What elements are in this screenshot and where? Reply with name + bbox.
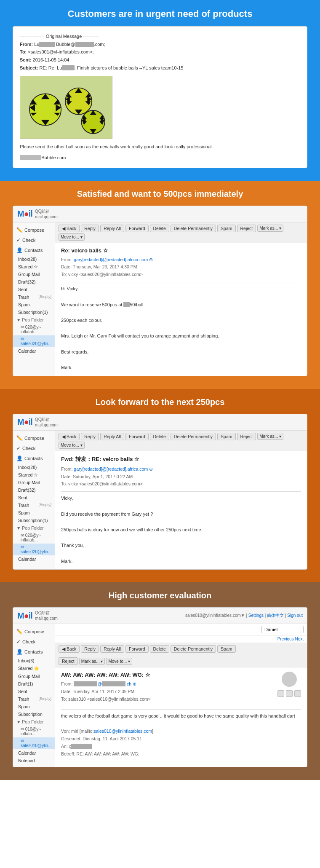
sidebar-calendar-2[interactable]: Calendar	[13, 347, 55, 355]
delete-btn-4[interactable]: Delete	[150, 645, 169, 653]
sidebar-notepad-4[interactable]: Notepad	[13, 757, 55, 764]
divider-2	[61, 282, 301, 282]
reject-btn-4[interactable]: Reject	[59, 657, 78, 665]
check-btn-4[interactable]: ✓ Check	[13, 637, 55, 647]
sidebar-sent-2[interactable]: Sent	[13, 286, 55, 293]
contacts-icon-4: 👤	[16, 649, 23, 655]
sidebar-groupmail-3[interactable]: Group Mail	[13, 479, 55, 486]
spam-btn-3[interactable]: Spam	[217, 433, 235, 440]
email-meta-2: From: gary[redacted]@[redacted].africa.c…	[61, 256, 301, 279]
forward-btn-2[interactable]: Forward	[125, 225, 149, 232]
sidebar-spam-2[interactable]: Spam	[13, 301, 55, 308]
replyall-btn-3[interactable]: Reply All	[100, 433, 124, 440]
sidebar-starred-2[interactable]: Starred ☆	[13, 263, 55, 271]
deleteperm-btn-2[interactable]: Delete Permanently	[171, 225, 216, 232]
folder-label-4: ▼ Pop Folder	[13, 718, 55, 726]
qq-toolbar-2: ◀ Back Reply Reply All Forward Delete De…	[55, 222, 307, 243]
search-input-4[interactable]	[261, 626, 304, 633]
back-btn-4[interactable]: ◀ Back	[59, 645, 80, 653]
sidebar-starred-4[interactable]: Starred ⭐	[13, 664, 55, 672]
reject-btn-3[interactable]: Reject	[237, 433, 256, 440]
qq-mail-2: M●il QQ邮箱mail.qq.com ✏️ Compose ✓ Check …	[13, 206, 307, 376]
to-line: To: <sales001@yl-inflatables.com>;	[20, 48, 300, 56]
sidebar-trash-3[interactable]: Trash[Empty]	[13, 501, 55, 509]
sidebar-starred-3[interactable]: Starred ☆	[13, 471, 55, 479]
sidebar-sub1-4[interactable]: ✉ 010@yl-inflata...	[13, 726, 55, 737]
next-link-4[interactable]: Next	[295, 637, 304, 641]
action-icon-3-4[interactable]	[294, 690, 301, 697]
reject-btn-2[interactable]: Reject	[237, 225, 256, 232]
moveto-btn-4[interactable]: Move to... ▾	[106, 658, 132, 665]
action-icon-1-4[interactable]	[277, 690, 284, 697]
section-4: High customer evaluation M●il QQ邮箱mail.q…	[0, 582, 320, 780]
replyall-btn-2[interactable]: Reply All	[100, 225, 124, 232]
sidebar-draft-4[interactable]: Draft(1)	[13, 680, 55, 688]
sidebar-inbox-3[interactable]: Inbox(28)	[13, 463, 55, 471]
sidebar-calendar-3[interactable]: Calendar	[13, 555, 55, 563]
reply-btn-4[interactable]: Reply	[81, 645, 99, 653]
compose-label-3: Compose	[24, 436, 44, 441]
deleteperm-btn-3[interactable]: Delete Permanently	[171, 433, 216, 440]
sidebar-groupmail-2[interactable]: Group Mail	[13, 271, 55, 278]
sidebar-sent-3[interactable]: Sent	[13, 494, 55, 501]
sidebar-inbox-2[interactable]: Inbox(28)	[13, 255, 55, 263]
sidebar-draft-2[interactable]: Draft(32)	[13, 278, 55, 286]
folder-label-2: ▼ Pop Folder	[13, 316, 55, 324]
sidebar-trash-4[interactable]: Trash[Empty]	[13, 695, 55, 703]
back-btn-2[interactable]: ◀ Back	[59, 225, 80, 232]
sidebar-sub1-2[interactable]: ✉ 020@yl-inflatab...	[13, 324, 55, 335]
moveto-btn-3[interactable]: Move to... ▾	[59, 442, 85, 449]
contacts-btn-3[interactable]: 👤 Contacts	[13, 453, 55, 463]
compose-btn-2[interactable]: ✏️ Compose	[13, 225, 55, 235]
sidebar-groupmail-4[interactable]: Group Mail	[13, 672, 55, 680]
check-icon-4: ✓	[16, 639, 21, 645]
sidebar-sub2-2[interactable]: ✉ sales020@ylin...	[13, 335, 55, 347]
sidebar-spam-4[interactable]: Spam	[13, 703, 55, 710]
delete-btn-2[interactable]: Delete	[150, 225, 169, 232]
qq-email-content-3: Fwd: 转发：RE: velcro balls ☆ From: gary[re…	[55, 451, 307, 570]
contacts-label-3: Contacts	[24, 456, 43, 461]
markas-btn-3[interactable]: Mark as... ▾	[257, 433, 283, 440]
reply-btn-3[interactable]: Reply	[81, 433, 99, 440]
sidebar-subscription-2[interactable]: Subscription(1)	[13, 308, 55, 316]
markas-btn-4[interactable]: Mark as... ▾	[79, 658, 105, 665]
qq-toolbar-4b: Reject Mark as... ▾ Move to... ▾	[55, 655, 307, 667]
sidebar-spam-3[interactable]: Spam	[13, 509, 55, 517]
qq-main-3: ◀ Back Reply Reply All Forward Delete De…	[55, 431, 307, 570]
deleteperm-btn-4[interactable]: Delete Permanently	[171, 645, 216, 653]
sidebar-sub2-4[interactable]: ✉ sales010@ylin...	[13, 737, 55, 749]
sidebar-sent-4[interactable]: Sent	[13, 688, 55, 695]
back-btn-3[interactable]: ◀ Back	[59, 433, 80, 440]
forward-btn-4[interactable]: Forward	[125, 645, 149, 653]
contacts-btn-2[interactable]: 👤 Contacts	[13, 245, 55, 255]
delete-btn-3[interactable]: Delete	[150, 433, 169, 440]
sidebar-draft-3[interactable]: Draft(32)	[13, 486, 55, 494]
moveto-btn-2[interactable]: Move to... ▾	[59, 233, 85, 241]
sidebar-subscription-4[interactable]: Subscription	[13, 710, 55, 718]
email-body-4: the velcro of the football dart game is …	[61, 712, 301, 758]
replyall-btn-4[interactable]: Reply All	[100, 645, 124, 653]
to-meta-4: To: sales010 <sales010@ylininflatables.c…	[61, 696, 273, 703]
previous-link-4[interactable]: Previous	[277, 637, 294, 641]
compose-btn-3[interactable]: ✏️ Compose	[13, 433, 55, 443]
date-meta-4: Date: Tuesday, Apr 11, 2017 2:39 PM	[61, 688, 273, 696]
markas-btn-2[interactable]: Mark as... ▾	[257, 225, 283, 232]
check-btn-2[interactable]: ✓ Check	[13, 235, 55, 245]
sidebar-sub1-3[interactable]: ✉ 020@yl-inflatab...	[13, 532, 55, 544]
sidebar-trash-2[interactable]: Trash[Empty]	[13, 293, 55, 301]
compose-icon-3: ✏️	[16, 435, 23, 441]
reply-btn-2[interactable]: Reply	[81, 225, 99, 232]
forward-btn-3[interactable]: Forward	[125, 433, 149, 440]
spam-btn-2[interactable]: Spam	[217, 225, 235, 232]
check-label-2: Check	[22, 238, 35, 243]
sidebar-inbox-4[interactable]: Inbox(3)	[13, 657, 55, 664]
sidebar-sub2-3[interactable]: ✉ sales020@ylin...	[13, 544, 55, 555]
check-btn-3[interactable]: ✓ Check	[13, 443, 55, 453]
contacts-btn-4[interactable]: 👤 Contacts	[13, 647, 55, 657]
compose-btn-4[interactable]: ✏️ Compose	[13, 627, 55, 637]
spam-btn-4[interactable]: Spam	[217, 645, 235, 653]
action-icon-2-4[interactable]	[286, 690, 293, 697]
sidebar-calendar-4[interactable]: Calendar	[13, 749, 55, 757]
from-meta-3: From: gary[redacted]@[redacted].africa.c…	[61, 466, 301, 473]
sidebar-subscription-3[interactable]: Subscription(1)	[13, 517, 55, 524]
